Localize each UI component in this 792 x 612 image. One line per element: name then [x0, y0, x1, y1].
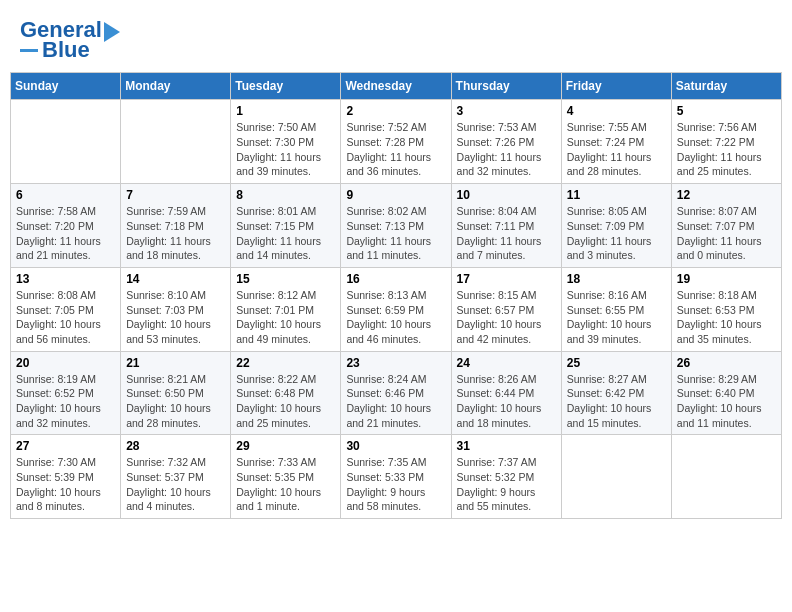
- day-info: Sunrise: 8:29 AM Sunset: 6:40 PM Dayligh…: [677, 372, 776, 431]
- day-info: Sunrise: 7:56 AM Sunset: 7:22 PM Dayligh…: [677, 120, 776, 179]
- calendar-cell: 4Sunrise: 7:55 AM Sunset: 7:24 PM Daylig…: [561, 100, 671, 184]
- logo: General Blue: [20, 18, 120, 62]
- calendar-cell: 12Sunrise: 8:07 AM Sunset: 7:07 PM Dayli…: [671, 184, 781, 268]
- day-number: 18: [567, 272, 666, 286]
- calendar-week-row: 1Sunrise: 7:50 AM Sunset: 7:30 PM Daylig…: [11, 100, 782, 184]
- day-number: 21: [126, 356, 225, 370]
- day-number: 1: [236, 104, 335, 118]
- calendar-cell: 5Sunrise: 7:56 AM Sunset: 7:22 PM Daylig…: [671, 100, 781, 184]
- day-number: 16: [346, 272, 445, 286]
- day-info: Sunrise: 8:16 AM Sunset: 6:55 PM Dayligh…: [567, 288, 666, 347]
- day-info: Sunrise: 8:15 AM Sunset: 6:57 PM Dayligh…: [457, 288, 556, 347]
- day-number: 19: [677, 272, 776, 286]
- calendar-cell: 28Sunrise: 7:32 AM Sunset: 5:37 PM Dayli…: [121, 435, 231, 519]
- calendar-cell: [121, 100, 231, 184]
- day-info: Sunrise: 8:26 AM Sunset: 6:44 PM Dayligh…: [457, 372, 556, 431]
- calendar-body: 1Sunrise: 7:50 AM Sunset: 7:30 PM Daylig…: [11, 100, 782, 519]
- day-info: Sunrise: 8:24 AM Sunset: 6:46 PM Dayligh…: [346, 372, 445, 431]
- weekday-header-friday: Friday: [561, 73, 671, 100]
- day-info: Sunrise: 8:21 AM Sunset: 6:50 PM Dayligh…: [126, 372, 225, 431]
- day-info: Sunrise: 7:35 AM Sunset: 5:33 PM Dayligh…: [346, 455, 445, 514]
- calendar-cell: 6Sunrise: 7:58 AM Sunset: 7:20 PM Daylig…: [11, 184, 121, 268]
- day-number: 13: [16, 272, 115, 286]
- day-number: 26: [677, 356, 776, 370]
- day-info: Sunrise: 8:13 AM Sunset: 6:59 PM Dayligh…: [346, 288, 445, 347]
- day-number: 11: [567, 188, 666, 202]
- day-number: 27: [16, 439, 115, 453]
- calendar-cell: 9Sunrise: 8:02 AM Sunset: 7:13 PM Daylig…: [341, 184, 451, 268]
- day-info: Sunrise: 7:32 AM Sunset: 5:37 PM Dayligh…: [126, 455, 225, 514]
- calendar-cell: [561, 435, 671, 519]
- calendar-cell: 24Sunrise: 8:26 AM Sunset: 6:44 PM Dayli…: [451, 351, 561, 435]
- day-info: Sunrise: 7:59 AM Sunset: 7:18 PM Dayligh…: [126, 204, 225, 263]
- day-number: 20: [16, 356, 115, 370]
- day-info: Sunrise: 7:33 AM Sunset: 5:35 PM Dayligh…: [236, 455, 335, 514]
- logo-arrow-icon: [104, 22, 120, 42]
- weekday-header-sunday: Sunday: [11, 73, 121, 100]
- calendar-week-row: 20Sunrise: 8:19 AM Sunset: 6:52 PM Dayli…: [11, 351, 782, 435]
- calendar-cell: 22Sunrise: 8:22 AM Sunset: 6:48 PM Dayli…: [231, 351, 341, 435]
- day-info: Sunrise: 7:53 AM Sunset: 7:26 PM Dayligh…: [457, 120, 556, 179]
- calendar-cell: 17Sunrise: 8:15 AM Sunset: 6:57 PM Dayli…: [451, 267, 561, 351]
- calendar-week-row: 6Sunrise: 7:58 AM Sunset: 7:20 PM Daylig…: [11, 184, 782, 268]
- weekday-header-wednesday: Wednesday: [341, 73, 451, 100]
- calendar-cell: 23Sunrise: 8:24 AM Sunset: 6:46 PM Dayli…: [341, 351, 451, 435]
- logo-text2: Blue: [42, 38, 90, 62]
- day-info: Sunrise: 8:12 AM Sunset: 7:01 PM Dayligh…: [236, 288, 335, 347]
- day-info: Sunrise: 8:01 AM Sunset: 7:15 PM Dayligh…: [236, 204, 335, 263]
- day-info: Sunrise: 7:52 AM Sunset: 7:28 PM Dayligh…: [346, 120, 445, 179]
- day-number: 8: [236, 188, 335, 202]
- day-number: 5: [677, 104, 776, 118]
- calendar-cell: 25Sunrise: 8:27 AM Sunset: 6:42 PM Dayli…: [561, 351, 671, 435]
- day-number: 23: [346, 356, 445, 370]
- day-number: 31: [457, 439, 556, 453]
- day-info: Sunrise: 8:10 AM Sunset: 7:03 PM Dayligh…: [126, 288, 225, 347]
- day-info: Sunrise: 8:02 AM Sunset: 7:13 PM Dayligh…: [346, 204, 445, 263]
- day-number: 7: [126, 188, 225, 202]
- calendar-cell: 18Sunrise: 8:16 AM Sunset: 6:55 PM Dayli…: [561, 267, 671, 351]
- day-info: Sunrise: 7:55 AM Sunset: 7:24 PM Dayligh…: [567, 120, 666, 179]
- day-number: 22: [236, 356, 335, 370]
- day-number: 6: [16, 188, 115, 202]
- calendar-cell: 7Sunrise: 7:59 AM Sunset: 7:18 PM Daylig…: [121, 184, 231, 268]
- day-number: 17: [457, 272, 556, 286]
- calendar-cell: 29Sunrise: 7:33 AM Sunset: 5:35 PM Dayli…: [231, 435, 341, 519]
- calendar-cell: [11, 100, 121, 184]
- day-info: Sunrise: 8:05 AM Sunset: 7:09 PM Dayligh…: [567, 204, 666, 263]
- day-info: Sunrise: 8:27 AM Sunset: 6:42 PM Dayligh…: [567, 372, 666, 431]
- day-info: Sunrise: 8:19 AM Sunset: 6:52 PM Dayligh…: [16, 372, 115, 431]
- day-info: Sunrise: 8:07 AM Sunset: 7:07 PM Dayligh…: [677, 204, 776, 263]
- day-number: 2: [346, 104, 445, 118]
- calendar-table: SundayMondayTuesdayWednesdayThursdayFrid…: [10, 72, 782, 519]
- day-info: Sunrise: 8:08 AM Sunset: 7:05 PM Dayligh…: [16, 288, 115, 347]
- day-number: 29: [236, 439, 335, 453]
- day-info: Sunrise: 8:04 AM Sunset: 7:11 PM Dayligh…: [457, 204, 556, 263]
- calendar-cell: 19Sunrise: 8:18 AM Sunset: 6:53 PM Dayli…: [671, 267, 781, 351]
- calendar-cell: 1Sunrise: 7:50 AM Sunset: 7:30 PM Daylig…: [231, 100, 341, 184]
- calendar-cell: 31Sunrise: 7:37 AM Sunset: 5:32 PM Dayli…: [451, 435, 561, 519]
- day-number: 24: [457, 356, 556, 370]
- page-header: General Blue: [10, 10, 782, 66]
- calendar-cell: 11Sunrise: 8:05 AM Sunset: 7:09 PM Dayli…: [561, 184, 671, 268]
- calendar-cell: 21Sunrise: 8:21 AM Sunset: 6:50 PM Dayli…: [121, 351, 231, 435]
- weekday-header-tuesday: Tuesday: [231, 73, 341, 100]
- day-number: 4: [567, 104, 666, 118]
- day-number: 15: [236, 272, 335, 286]
- weekday-header-row: SundayMondayTuesdayWednesdayThursdayFrid…: [11, 73, 782, 100]
- calendar-cell: 26Sunrise: 8:29 AM Sunset: 6:40 PM Dayli…: [671, 351, 781, 435]
- weekday-header-saturday: Saturday: [671, 73, 781, 100]
- calendar-cell: 30Sunrise: 7:35 AM Sunset: 5:33 PM Dayli…: [341, 435, 451, 519]
- weekday-header-thursday: Thursday: [451, 73, 561, 100]
- day-number: 25: [567, 356, 666, 370]
- calendar-cell: 10Sunrise: 8:04 AM Sunset: 7:11 PM Dayli…: [451, 184, 561, 268]
- calendar-cell: 16Sunrise: 8:13 AM Sunset: 6:59 PM Dayli…: [341, 267, 451, 351]
- day-info: Sunrise: 7:58 AM Sunset: 7:20 PM Dayligh…: [16, 204, 115, 263]
- calendar-cell: 3Sunrise: 7:53 AM Sunset: 7:26 PM Daylig…: [451, 100, 561, 184]
- calendar-week-row: 27Sunrise: 7:30 AM Sunset: 5:39 PM Dayli…: [11, 435, 782, 519]
- calendar-cell: 2Sunrise: 7:52 AM Sunset: 7:28 PM Daylig…: [341, 100, 451, 184]
- day-number: 12: [677, 188, 776, 202]
- calendar-cell: [671, 435, 781, 519]
- day-number: 3: [457, 104, 556, 118]
- day-number: 30: [346, 439, 445, 453]
- day-info: Sunrise: 7:50 AM Sunset: 7:30 PM Dayligh…: [236, 120, 335, 179]
